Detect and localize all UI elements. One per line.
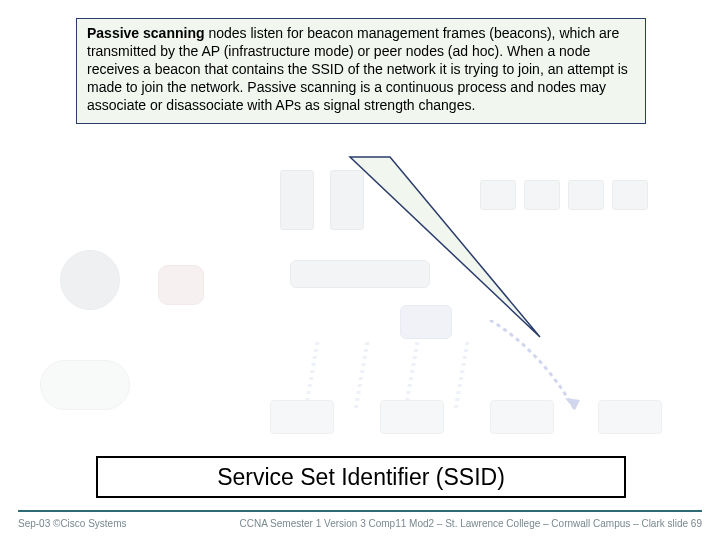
callout-box: Passive scanning nodes listen for beacon…: [76, 18, 646, 124]
callout-text: Passive scanning nodes listen for beacon…: [87, 25, 628, 113]
laptop-icon: [380, 400, 444, 434]
laptop-icon: [270, 400, 334, 434]
cloud-icon: [40, 360, 130, 410]
laptop-icon: [598, 400, 662, 434]
pc-icon: [480, 180, 516, 210]
pc-row: [480, 180, 660, 220]
pc-icon: [612, 180, 648, 210]
beacon-arrow-icon: [480, 320, 590, 430]
footer-rule: [18, 510, 702, 512]
firewall-icon: [158, 265, 204, 305]
callout-lead: Passive scanning: [87, 25, 205, 41]
slide: Passive scanning nodes listen for beacon…: [0, 0, 720, 540]
signal-wave-icon: [310, 338, 314, 408]
footer-left: Sep-03 ©Cisco Systems: [18, 518, 127, 529]
pc-icon: [568, 180, 604, 210]
slide-title: Service Set Identifier (SSID): [217, 464, 505, 491]
router-icon: [60, 250, 120, 310]
server-icon: [280, 170, 314, 230]
footer-right: CCNA Semester 1 Version 3 Comp11 Mod2 – …: [240, 518, 702, 529]
pc-icon: [524, 180, 560, 210]
title-box: Service Set Identifier (SSID): [96, 456, 626, 498]
